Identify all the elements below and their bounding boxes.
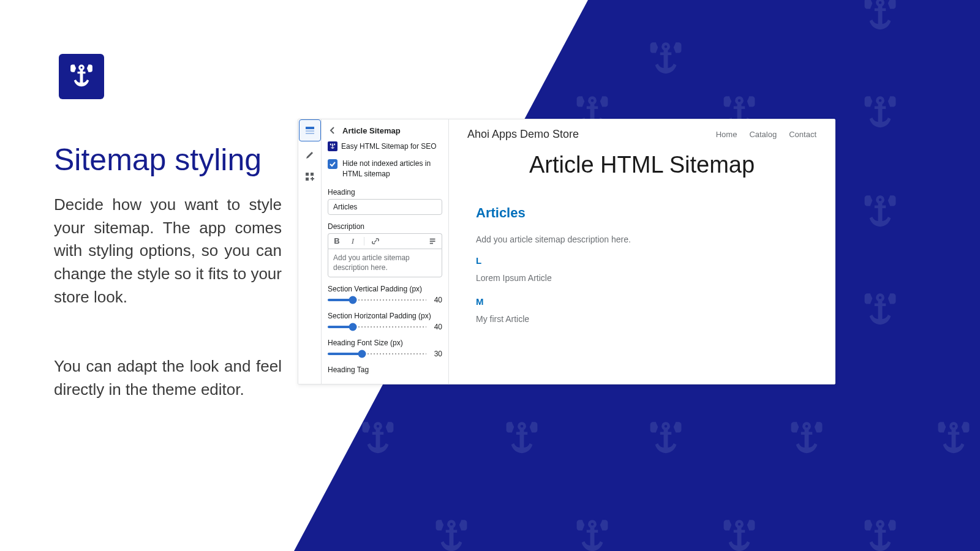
svg-rect-6	[430, 238, 435, 239]
editor-settings-panel: Article Sitemap Easy HTML Sitemap for SE…	[322, 119, 449, 384]
bold-button[interactable]: B	[332, 236, 342, 246]
app-embeds-icon[interactable]	[304, 171, 316, 183]
hide-indexed-label: Hide not indexed articles in HTML sitema…	[342, 159, 442, 179]
svg-rect-8	[430, 242, 433, 244]
slide-title: Sitemap styling	[54, 142, 262, 178]
preview-page-title: Article HTML Sitemap	[467, 152, 816, 178]
panel-title: Article Sitemap	[342, 126, 401, 135]
toolbar-divider	[364, 237, 364, 246]
theme-settings-icon[interactable]	[304, 148, 316, 160]
heading-font-size-label: Heading Font Size (px)	[328, 339, 442, 347]
svg-rect-3	[306, 173, 309, 176]
articles-heading: Articles	[476, 205, 816, 221]
richtext-toolbar: B I	[328, 233, 442, 249]
heading-field-label: Heading	[328, 188, 442, 197]
heading-tag-label: Heading Tag	[328, 365, 442, 374]
article-link-lorem[interactable]: Lorem Ipsum Article	[476, 273, 816, 283]
editor-icon-rail	[298, 119, 322, 384]
articles-description: Add you article sitemap description here…	[476, 234, 816, 244]
horizontal-padding-value: 40	[434, 323, 442, 331]
article-link-myfirst[interactable]: My first Article	[476, 314, 816, 324]
italic-button[interactable]: I	[348, 236, 358, 246]
letter-heading-l: L	[476, 255, 816, 266]
app-name-label: Easy HTML Sitemap for SEO	[341, 142, 437, 151]
svg-rect-2	[306, 133, 314, 134]
svg-rect-1	[306, 130, 314, 132]
nav-contact[interactable]: Contact	[789, 130, 816, 139]
heading-font-size-value: 30	[434, 350, 442, 358]
store-name: Ahoi Apps Demo Store	[467, 128, 579, 141]
back-chevron-icon[interactable]	[328, 126, 337, 135]
storefront-preview: Ahoi Apps Demo Store Home Catalog Contac…	[449, 119, 835, 384]
horizontal-padding-label: Section Horizontal Padding (px)	[328, 312, 442, 320]
description-input[interactable]: Add you article sitemap description here…	[328, 249, 442, 278]
app-logo	[59, 54, 104, 99]
horizontal-padding-slider[interactable]: 40	[328, 323, 442, 331]
vertical-padding-label: Section Vertical Padding (px)	[328, 285, 442, 293]
vertical-padding-slider[interactable]: 40	[328, 296, 442, 304]
hide-indexed-checkbox[interactable]	[328, 159, 337, 169]
app-attribution-row[interactable]: Easy HTML Sitemap for SEO	[328, 141, 442, 151]
letter-heading-m: M	[476, 296, 816, 307]
description-field-label: Description	[328, 222, 442, 231]
slide-paragraph-2: You can adapt the look and feel directly…	[54, 355, 282, 401]
vertical-padding-value: 40	[434, 296, 442, 304]
store-nav: Home Catalog Contact	[716, 130, 816, 139]
marketing-slide: Sitemap styling Decide how you want to s…	[0, 0, 980, 551]
nav-catalog[interactable]: Catalog	[749, 130, 777, 139]
heading-input[interactable]	[328, 199, 442, 215]
slide-paragraph-1: Decide how you want to style your sitema…	[54, 193, 282, 309]
nav-home[interactable]: Home	[716, 130, 737, 139]
svg-rect-7	[430, 241, 435, 242]
svg-rect-5	[306, 178, 309, 181]
sections-icon[interactable]	[304, 124, 316, 137]
theme-editor-screenshot: Article Sitemap Easy HTML Sitemap for SE…	[298, 119, 835, 384]
more-formatting-icon[interactable]	[428, 236, 438, 246]
link-button[interactable]	[371, 236, 380, 246]
svg-rect-0	[306, 127, 314, 129]
app-mini-logo	[328, 141, 337, 151]
heading-font-size-slider[interactable]: 30	[328, 350, 442, 358]
svg-rect-4	[311, 173, 314, 176]
